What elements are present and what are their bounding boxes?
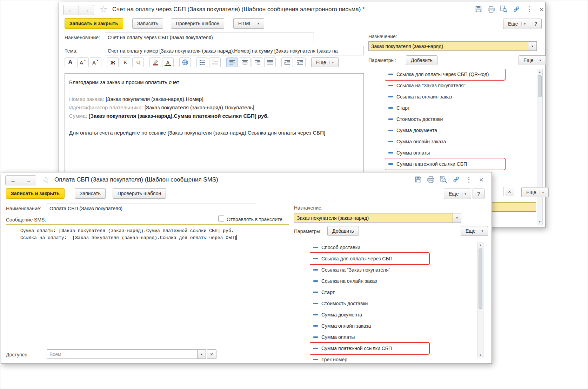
format-more-button[interactable]: Еще▾	[311, 57, 339, 67]
parameter-item[interactable]: Ссылка для оплаты через СБП (QR-код)	[385, 69, 505, 80]
scrollbar-thumb[interactable]	[479, 248, 482, 309]
parameters-scrollbar[interactable]: ▲ ▼	[537, 69, 543, 225]
favorite-star-icon[interactable]: ☆	[42, 175, 49, 184]
parameter-item[interactable]: Трек номер	[310, 354, 477, 363]
font-button[interactable]: А	[65, 57, 76, 67]
add-parameter-button[interactable]: Добавить	[327, 226, 359, 236]
name-input[interactable]: Счет на оплату через СБП (Заказ покупате…	[105, 33, 314, 42]
link-icon[interactable]	[513, 5, 520, 13]
align-center-button[interactable]	[239, 57, 250, 67]
parameter-item[interactable]: Сумма оплаты	[385, 147, 537, 158]
indent-increase-button[interactable]	[281, 57, 293, 67]
check-template-button[interactable]: Проверить шаблон	[113, 188, 166, 199]
add-parameter-button[interactable]: Добавить	[406, 55, 437, 65]
parameter-item[interactable]: Сумма документа	[310, 309, 477, 320]
subject-input[interactable]: Счет на оплату номер [Заказ покупателя (…	[105, 46, 363, 55]
parameter-icon	[313, 359, 318, 360]
more-menu-icon[interactable]	[525, 5, 533, 13]
indent-decrease-button[interactable]	[294, 57, 306, 67]
bulleted-list-button[interactable]	[196, 57, 208, 67]
assignment-select[interactable]: Заказ покупателя (заказ-наряд) ▾	[368, 41, 537, 51]
align-left-button[interactable]	[226, 57, 238, 67]
scroll-up-icon[interactable]: ▲	[478, 242, 483, 248]
translit-checkbox[interactable]	[218, 216, 224, 221]
titlebar-icons: ×	[414, 176, 485, 183]
parameter-item[interactable]: Способ доставки	[310, 242, 477, 253]
parameter-item[interactable]: Сумма документа	[385, 125, 537, 136]
scroll-down-icon[interactable]: ▼	[478, 352, 483, 358]
parameter-item[interactable]: Ссылка для оплаты через СБП	[310, 253, 429, 264]
font-color-button[interactable]: А	[162, 57, 174, 67]
bottom-more-button[interactable]: Еще▾	[521, 187, 549, 197]
font-size-up-button[interactable]: А▲	[77, 57, 89, 67]
back-button[interactable]: ←	[6, 176, 21, 185]
save-icon[interactable]	[414, 176, 422, 183]
translit-label[interactable]: Отправлять в транслите	[227, 217, 282, 222]
parameter-item[interactable]: Сумма платежной ссылки СБП	[310, 343, 429, 354]
name-input[interactable]: Оплата СБП (Заказ покупателя)	[47, 204, 256, 213]
bold-button[interactable]: Ж	[107, 57, 119, 67]
print-icon[interactable]	[487, 5, 495, 13]
insert-image-button[interactable]	[179, 57, 191, 67]
parameter-item[interactable]: Ссылка на "Заказ покупателя"	[385, 80, 537, 91]
parameter-item[interactable]: Сумма онлайн заказа	[310, 320, 477, 332]
highlight-color-button[interactable]	[149, 57, 161, 67]
help-button[interactable]: ?	[530, 19, 542, 29]
back-button[interactable]: ←	[64, 5, 79, 15]
more-button[interactable]: Еще▾	[444, 189, 471, 199]
favorite-star-icon[interactable]: ☆	[100, 5, 107, 14]
chevron-down-icon[interactable]: ▾	[453, 213, 461, 222]
forward-button[interactable]: →	[21, 176, 36, 185]
font-size-down-button[interactable]: А▼	[90, 57, 101, 67]
save-button[interactable]: Записать	[132, 18, 163, 29]
chevron-down-icon[interactable]: ▾	[528, 42, 536, 50]
parameter-item[interactable]: Сумма платежной ссылки СБП	[385, 158, 505, 170]
print-icon[interactable]	[427, 176, 435, 183]
parameters-more-button[interactable]: Еще▾	[519, 55, 546, 65]
parameter-item[interactable]: Ссылка на онлайн заказ	[385, 91, 537, 102]
save-button[interactable]: Записать	[75, 188, 106, 199]
sms-body-editor[interactable]: Сумма оплаты: [Заказ покупателя (заказ-н…	[6, 224, 289, 344]
forward-button[interactable]: →	[79, 5, 94, 15]
parameter-label: Ссылка на "Заказ покупателя"	[321, 267, 390, 273]
scroll-up-icon[interactable]: ▲	[537, 69, 542, 75]
find-icon[interactable]	[440, 176, 447, 183]
find-icon[interactable]	[500, 5, 508, 13]
parameter-item[interactable]: Сумма онлайн заказа	[385, 136, 537, 147]
scroll-down-icon[interactable]: ▼	[537, 219, 542, 225]
parameter-item[interactable]: Ссылка на "Заказ покупателя"	[310, 264, 477, 275]
more-menu-icon[interactable]	[465, 176, 473, 183]
parameter-item[interactable]: Старт	[310, 287, 477, 298]
parameter-item[interactable]: Ссылка на онлайн заказ	[310, 275, 477, 287]
close-icon[interactable]: ×	[477, 176, 485, 183]
chevron-down-icon[interactable]: ▾	[197, 350, 206, 359]
close-icon[interactable]: ×	[538, 5, 546, 13]
partial-yellow-field[interactable]	[490, 202, 536, 212]
italic-button[interactable]: К	[120, 57, 131, 67]
parameter-item[interactable]: Стоимость доставки	[310, 298, 477, 309]
parameter-item[interactable]: Стоимость доставки	[385, 114, 537, 125]
parameter-label: Сумма платежной ссылки СБП	[321, 346, 392, 351]
assignment-select[interactable]: Заказ покупателя (заказ-наряд) ▾	[294, 213, 461, 223]
save-and-close-button[interactable]: Записать и закрыть	[65, 18, 123, 29]
parameter-item[interactable]: Сумма оплаты	[310, 332, 477, 343]
clear-field-button[interactable]: ×	[505, 187, 514, 196]
parameters-scrollbar[interactable]: ▲ ▼	[477, 242, 483, 358]
html-mode-button[interactable]: HTML▾	[233, 18, 264, 29]
parameters-list[interactable]: Способ доставки Ссылка для оплаты через …	[310, 242, 477, 363]
save-and-close-button[interactable]: Записать и закрыть	[6, 188, 65, 199]
parameters-more-button[interactable]: Еще▾	[461, 226, 488, 236]
clear-available-button[interactable]: ×	[207, 349, 216, 359]
available-select[interactable]: Всем ▾	[47, 349, 206, 359]
scrollbar-thumb[interactable]	[538, 75, 542, 97]
check-template-button[interactable]: Проверить шаблон	[171, 18, 224, 29]
link-icon[interactable]	[452, 176, 460, 183]
parameter-item[interactable]: Старт	[385, 102, 537, 114]
save-icon[interactable]	[475, 5, 482, 13]
more-button[interactable]: Еще▾	[503, 19, 530, 29]
align-right-button[interactable]	[252, 57, 263, 67]
numbered-list-button[interactable]: 12	[209, 57, 221, 67]
align-justify-button[interactable]	[264, 57, 276, 67]
help-button[interactable]: ?	[473, 189, 485, 199]
underline-button[interactable]: Ч	[132, 57, 144, 67]
